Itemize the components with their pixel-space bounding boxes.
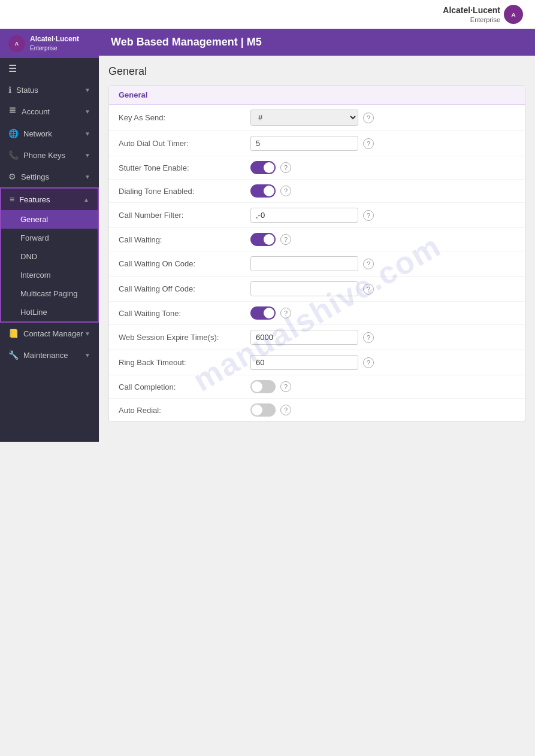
help-icon-dialing-tone[interactable]: ?: [280, 186, 291, 196]
sidebar-item-account[interactable]: Account ▼: [0, 101, 99, 123]
help-icon-call-waiting-off-code[interactable]: ?: [363, 284, 374, 294]
field-call-completion: Call Completion: ?: [109, 375, 525, 399]
help-icon-call-completion[interactable]: ?: [280, 381, 291, 392]
chevron-up-icon: ▲: [83, 196, 89, 203]
sidebar-item-phone-keys[interactable]: 📞 Phone Keys ▼: [0, 144, 99, 166]
brand-sub: Enterprise: [443, 16, 500, 24]
chevron-icon: ▼: [84, 352, 90, 359]
toggle-stutter-tone-slider: [250, 161, 276, 174]
field-call-waiting-on-code: Call Waiting On Code: ?: [109, 251, 525, 277]
help-icon-ring-back-timeout[interactable]: ?: [363, 357, 374, 368]
select-key-as-send[interactable]: # * Disabled: [250, 110, 358, 126]
input-call-waiting-on-code[interactable]: [250, 256, 358, 271]
label-call-waiting: Call Waiting:: [119, 235, 250, 244]
field-call-number-filter: Call Number Filter: ?: [109, 203, 525, 228]
help-icon-key-as-send[interactable]: ?: [363, 113, 374, 123]
menu-toggle[interactable]: ☰: [0, 58, 99, 79]
settings-icon: ⚙: [8, 172, 16, 181]
label-call-completion: Call Completion:: [119, 382, 250, 391]
hamburger-icon: ☰: [8, 63, 17, 74]
toggle-stutter-tone[interactable]: [250, 161, 276, 174]
chevron-icon: ▼: [84, 108, 90, 115]
input-auto-dial-out-timer[interactable]: [250, 136, 358, 151]
help-icon-auto-redial[interactable]: ?: [280, 405, 291, 415]
field-stutter-tone-enable: Stutter Tone Enable: ?: [109, 156, 525, 180]
toggle-auto-redial[interactable]: [250, 403, 276, 417]
label-key-as-send: Key As Send:: [119, 113, 250, 122]
toggle-call-completion[interactable]: [250, 380, 276, 393]
help-icon-call-number-filter[interactable]: ?: [363, 210, 374, 221]
toggle-call-waiting[interactable]: [250, 233, 276, 246]
sidebar-sub-item-multicast-paging[interactable]: Multicast Paging: [1, 284, 98, 303]
svg-rect-5: [10, 111, 16, 113]
sidebar-company: Alcatel·Lucent: [30, 35, 79, 44]
sub-multicast-label: Multicast Paging: [20, 289, 77, 298]
sidebar-sub-item-hotline[interactable]: HotLine: [1, 303, 98, 321]
label-ring-back-timeout: Ring Back Timeout:: [119, 358, 250, 367]
chevron-icon: ▼: [84, 152, 90, 159]
page-title: General: [108, 65, 525, 78]
label-auto-redial: Auto Redial:: [119, 406, 250, 415]
field-call-waiting: Call Waiting: ?: [109, 228, 525, 251]
toggle-dialing-tone[interactable]: [250, 184, 276, 198]
sidebar-item-settings[interactable]: ⚙ Settings ▼: [0, 166, 99, 187]
toggle-call-waiting-tone[interactable]: [250, 306, 276, 320]
network-icon: 🌐: [8, 129, 19, 138]
help-icon-auto-dial-out-timer[interactable]: ?: [363, 138, 374, 149]
phone-keys-icon: 📞: [8, 150, 19, 160]
field-key-as-send: Key As Send: # * Disabled ?: [109, 105, 525, 131]
sidebar-item-contact-manager[interactable]: 📒 Contact Manager ▼: [0, 323, 99, 344]
input-web-session-expire-time[interactable]: [250, 330, 358, 345]
sub-intercom-label: Intercom: [20, 271, 51, 280]
sidebar-item-label: Status: [16, 86, 38, 95]
field-auto-dial-out-timer: Auto Dial Out Timer: ?: [109, 131, 525, 156]
sidebar: A Alcatel·Lucent Enterprise ☰ ℹ Status ▼: [0, 29, 99, 442]
sidebar-settings-label: Settings: [21, 172, 49, 181]
input-call-waiting-off-code[interactable]: [250, 281, 358, 296]
label-stutter-tone-enable: Stutter Tone Enable:: [119, 163, 250, 172]
sidebar-sub-item-general[interactable]: General: [1, 210, 98, 229]
sidebar-sub-item-forward[interactable]: Forward: [1, 229, 98, 247]
sub-general-label: General: [20, 215, 48, 224]
field-web-session-expire-time: Web Session Expire Time(s): ?: [109, 325, 525, 350]
select-wrapper-key-as-send[interactable]: # * Disabled: [250, 110, 358, 126]
sidebar-item-network[interactable]: 🌐 Network ▼: [0, 123, 99, 144]
chevron-icon: ▼: [84, 330, 90, 337]
field-auto-redial: Auto Redial: ?: [109, 399, 525, 421]
sidebar-contact-label: Contact Manager: [23, 329, 83, 338]
sidebar-item-maintenance[interactable]: 🔧 Maintenance ▼: [0, 344, 99, 366]
top-brand-bar: Alcatel·Lucent Enterprise A: [0, 0, 535, 29]
input-call-number-filter[interactable]: [250, 208, 358, 223]
label-call-waiting-on-code: Call Waiting On Code:: [119, 259, 250, 268]
sidebar-network-label: Network: [23, 129, 52, 138]
sub-hotline-label: HotLine: [20, 308, 47, 317]
status-icon: ℹ: [8, 85, 11, 95]
help-icon-call-waiting[interactable]: ?: [280, 234, 291, 245]
sidebar-item-status[interactable]: ℹ Status ▼: [0, 79, 99, 101]
svg-rect-3: [10, 107, 16, 108]
sub-dnd-label: DND: [20, 252, 37, 261]
toggle-call-waiting-slider: [250, 233, 276, 246]
help-icon-call-waiting-tone[interactable]: ?: [280, 308, 291, 318]
sidebar-item-features[interactable]: ≡ Features ▲: [1, 189, 98, 210]
form-card-header: General: [109, 86, 525, 105]
sidebar-logo: A: [8, 35, 25, 52]
svg-rect-4: [10, 110, 16, 111]
label-auto-dial-out-timer: Auto Dial Out Timer:: [119, 139, 250, 148]
sidebar-sub-item-intercom[interactable]: Intercom: [1, 266, 98, 284]
brand-icon: A: [504, 5, 523, 24]
help-icon-web-session-expire-time[interactable]: ?: [363, 332, 374, 343]
chevron-icon: ▼: [84, 87, 90, 93]
page-header: Web Based Management | M5: [99, 29, 535, 56]
label-call-waiting-tone: Call Waiting Tone:: [119, 309, 250, 318]
help-icon-stutter-tone[interactable]: ?: [280, 162, 291, 173]
field-dialing-tone-enabled: Dialing Tone Enabled: ?: [109, 180, 525, 203]
help-icon-call-waiting-on-code[interactable]: ?: [363, 259, 374, 269]
svg-text:A: A: [511, 11, 515, 18]
input-ring-back-timeout[interactable]: [250, 355, 358, 370]
header-title: Web Based Management | M5: [111, 36, 262, 48]
field-call-waiting-tone: Call Waiting Tone: ?: [109, 302, 525, 325]
sidebar-header: A Alcatel·Lucent Enterprise: [0, 29, 99, 58]
sidebar-sub-item-dnd[interactable]: DND: [1, 247, 98, 266]
toggle-call-waiting-tone-slider: [250, 306, 276, 320]
